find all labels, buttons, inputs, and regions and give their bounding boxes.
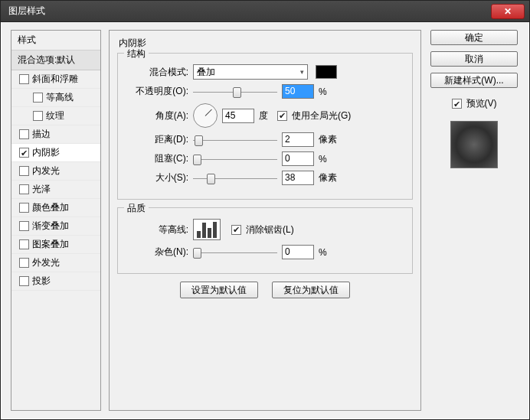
choke-label: 阻塞(C): [127,152,188,165]
structure-group: 结构 混合模式: 叠加 ▾ 不透明度(O): 50 % [117,53,413,200]
noise-input[interactable]: 0 [282,245,314,259]
style-item-checkbox[interactable] [19,258,29,268]
dialog-body: 样式 混合选项:默认 斜面和浮雕等高线纹理描边内阴影内发光光泽颜色叠加渐变叠加图… [1,22,529,419]
distance-unit: 像素 [319,133,342,146]
preview-label: 预览(V) [466,97,497,110]
angle-input[interactable]: 45 [222,109,254,123]
style-item-checkbox[interactable] [19,129,29,139]
layer-style-dialog: 图层样式 ✕ 样式 混合选项:默认 斜面和浮雕等高线纹理描边内阴影内发光光泽颜色… [0,0,530,420]
structure-legend: 结构 [124,47,149,60]
columns: 样式 混合选项:默认 斜面和浮雕等高线纹理描边内阴影内发光光泽颜色叠加渐变叠加图… [11,30,519,411]
close-button[interactable]: ✕ [491,4,525,19]
style-item-label: 图案叠加 [32,238,69,251]
distance-label: 距离(D): [127,133,188,146]
noise-unit: % [319,247,342,258]
contour-picker[interactable] [193,219,221,240]
angle-dial[interactable] [193,103,218,128]
style-item-label: 内阴影 [32,146,60,159]
style-item-label: 投影 [32,275,51,288]
section-title: 内阴影 [119,37,413,50]
opacity-slider[interactable] [193,85,277,99]
style-item-10[interactable]: 外发光 [11,254,100,272]
action-panel: 确定 取消 新建样式(W)... 预览(V) [429,30,519,411]
choke-input[interactable]: 0 [282,151,314,166]
style-item-3[interactable]: 描边 [11,125,100,144]
color-swatch[interactable] [316,65,337,79]
style-item-checkbox[interactable] [33,93,43,103]
opacity-unit: % [319,86,342,97]
blend-mode-value: 叠加 [197,66,215,79]
size-unit: 像素 [319,171,342,184]
angle-unit: 度 [259,109,268,122]
style-item-checkbox[interactable] [19,74,29,84]
blend-mode-label: 混合模式: [127,66,188,79]
style-item-label: 内发光 [32,164,60,177]
preview-checkbox[interactable] [452,99,462,109]
style-item-label: 斜面和浮雕 [32,73,78,86]
style-item-8[interactable]: 渐变叠加 [11,217,100,236]
quality-group: 品质 等高线: 消除锯齿(L) 杂色(N): 0 % [117,207,413,274]
preview-thumbnail [450,121,498,168]
noise-slider[interactable] [193,246,277,259]
reset-default-button[interactable]: 复位为默认值 [272,282,350,298]
styles-header[interactable]: 样式 [11,31,100,50]
choke-slider[interactable] [193,152,277,166]
blend-options-header[interactable]: 混合选项:默认 [11,50,100,70]
style-item-2[interactable]: 纹理 [11,107,100,125]
distance-slider[interactable] [193,133,277,147]
style-item-checkbox[interactable] [19,276,29,286]
style-item-0[interactable]: 斜面和浮雕 [11,70,100,89]
styles-panel: 样式 混合选项:默认 斜面和浮雕等高线纹理描边内阴影内发光光泽颜色叠加渐变叠加图… [11,30,101,411]
angle-label: 角度(A): [127,109,188,122]
settings-panel: 内阴影 结构 混合模式: 叠加 ▾ 不透明度(O): 50 [109,30,421,411]
titlebar: 图层样式 ✕ [1,1,529,22]
style-item-label: 等高线 [46,91,74,104]
style-item-label: 渐变叠加 [32,220,69,233]
size-slider[interactable] [193,171,277,185]
set-default-button[interactable]: 设置为默认值 [180,282,258,298]
style-item-4[interactable]: 内阴影 [11,144,100,162]
style-item-6[interactable]: 光泽 [11,181,100,199]
ok-button[interactable]: 确定 [430,30,518,45]
noise-label: 杂色(N): [127,246,188,259]
defaults-row: 设置为默认值 复位为默认值 [117,282,413,298]
style-item-1[interactable]: 等高线 [11,89,100,107]
opacity-label: 不透明度(O): [127,85,188,98]
choke-unit: % [319,154,342,164]
style-item-checkbox[interactable] [19,184,29,194]
blend-mode-select[interactable]: 叠加 ▾ [193,64,308,80]
style-item-label: 描边 [32,128,51,141]
antialias-label: 消除锯齿(L) [246,223,294,236]
style-item-checkbox[interactable] [33,111,43,121]
style-item-9[interactable]: 图案叠加 [11,236,100,254]
distance-input[interactable]: 2 [282,132,314,147]
style-item-checkbox[interactable] [19,221,29,231]
close-icon: ✕ [504,6,512,17]
style-item-label: 外发光 [32,256,60,269]
contour-label: 等高线: [127,223,188,236]
chevron-down-icon: ▾ [300,68,304,76]
cancel-button[interactable]: 取消 [430,51,518,67]
size-label: 大小(S): [127,171,188,184]
global-light-label: 使用全局光(G) [292,109,351,122]
style-item-7[interactable]: 颜色叠加 [11,199,100,217]
quality-legend: 品质 [124,202,149,215]
style-item-checkbox[interactable] [19,148,29,158]
style-item-checkbox[interactable] [19,203,29,213]
style-item-label: 纹理 [46,109,64,122]
style-item-checkbox[interactable] [19,166,29,176]
opacity-input[interactable]: 50 [282,84,314,99]
window-title: 图层样式 [8,5,491,18]
antialias-checkbox[interactable] [231,225,241,235]
size-input[interactable]: 38 [282,171,314,185]
global-light-checkbox[interactable] [277,111,287,121]
style-item-5[interactable]: 内发光 [11,162,100,181]
style-item-label: 颜色叠加 [32,201,69,214]
style-item-11[interactable]: 投影 [11,272,100,291]
style-item-label: 光泽 [32,183,51,196]
new-style-button[interactable]: 新建样式(W)... [430,73,518,88]
style-item-checkbox[interactable] [19,239,29,249]
